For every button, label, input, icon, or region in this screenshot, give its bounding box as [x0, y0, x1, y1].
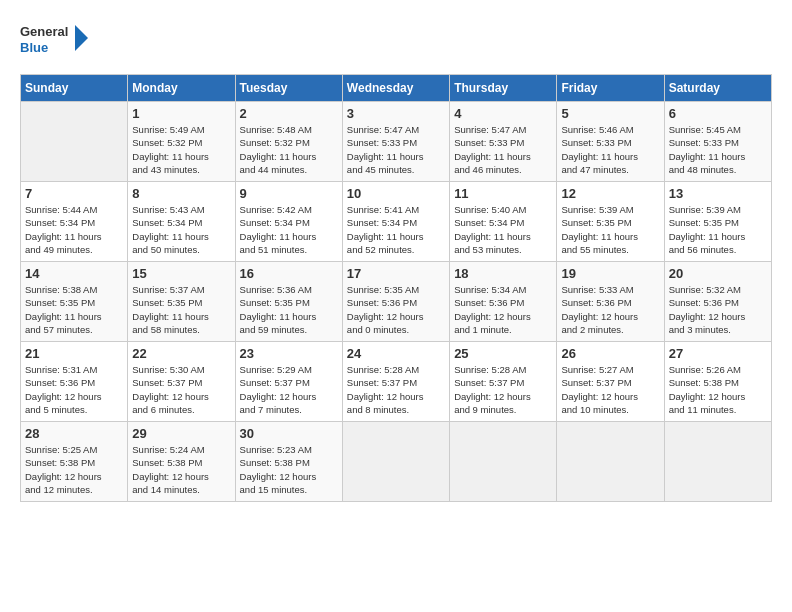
day-number: 8	[132, 186, 230, 201]
day-info: Sunrise: 5:31 AMSunset: 5:36 PMDaylight:…	[25, 363, 123, 416]
day-number: 27	[669, 346, 767, 361]
calendar-week-row: 7Sunrise: 5:44 AMSunset: 5:34 PMDaylight…	[21, 182, 772, 262]
svg-text:Blue: Blue	[20, 40, 48, 55]
calendar-day-cell: 5Sunrise: 5:46 AMSunset: 5:33 PMDaylight…	[557, 102, 664, 182]
day-number: 28	[25, 426, 123, 441]
svg-marker-2	[75, 25, 88, 51]
calendar-week-row: 21Sunrise: 5:31 AMSunset: 5:36 PMDayligh…	[21, 342, 772, 422]
day-number: 15	[132, 266, 230, 281]
day-number: 3	[347, 106, 445, 121]
calendar-day-cell	[664, 422, 771, 502]
calendar-day-cell: 3Sunrise: 5:47 AMSunset: 5:33 PMDaylight…	[342, 102, 449, 182]
calendar-day-cell: 15Sunrise: 5:37 AMSunset: 5:35 PMDayligh…	[128, 262, 235, 342]
calendar-day-cell: 19Sunrise: 5:33 AMSunset: 5:36 PMDayligh…	[557, 262, 664, 342]
day-info: Sunrise: 5:43 AMSunset: 5:34 PMDaylight:…	[132, 203, 230, 256]
day-number: 5	[561, 106, 659, 121]
logo: General Blue	[20, 20, 90, 64]
calendar-day-cell: 2Sunrise: 5:48 AMSunset: 5:32 PMDaylight…	[235, 102, 342, 182]
day-number: 14	[25, 266, 123, 281]
day-info: Sunrise: 5:44 AMSunset: 5:34 PMDaylight:…	[25, 203, 123, 256]
calendar-day-cell: 26Sunrise: 5:27 AMSunset: 5:37 PMDayligh…	[557, 342, 664, 422]
day-number: 13	[669, 186, 767, 201]
svg-text:General: General	[20, 24, 68, 39]
calendar-day-cell: 14Sunrise: 5:38 AMSunset: 5:35 PMDayligh…	[21, 262, 128, 342]
day-info: Sunrise: 5:28 AMSunset: 5:37 PMDaylight:…	[454, 363, 552, 416]
weekday-header: Wednesday	[342, 75, 449, 102]
day-info: Sunrise: 5:39 AMSunset: 5:35 PMDaylight:…	[561, 203, 659, 256]
calendar-day-cell: 12Sunrise: 5:39 AMSunset: 5:35 PMDayligh…	[557, 182, 664, 262]
day-number: 26	[561, 346, 659, 361]
calendar-week-row: 1Sunrise: 5:49 AMSunset: 5:32 PMDaylight…	[21, 102, 772, 182]
day-number: 1	[132, 106, 230, 121]
day-info: Sunrise: 5:45 AMSunset: 5:33 PMDaylight:…	[669, 123, 767, 176]
day-info: Sunrise: 5:40 AMSunset: 5:34 PMDaylight:…	[454, 203, 552, 256]
calendar-day-cell: 23Sunrise: 5:29 AMSunset: 5:37 PMDayligh…	[235, 342, 342, 422]
day-number: 16	[240, 266, 338, 281]
day-info: Sunrise: 5:25 AMSunset: 5:38 PMDaylight:…	[25, 443, 123, 496]
day-info: Sunrise: 5:27 AMSunset: 5:37 PMDaylight:…	[561, 363, 659, 416]
calendar-day-cell	[342, 422, 449, 502]
weekday-header: Monday	[128, 75, 235, 102]
day-number: 19	[561, 266, 659, 281]
day-info: Sunrise: 5:26 AMSunset: 5:38 PMDaylight:…	[669, 363, 767, 416]
calendar-day-cell: 24Sunrise: 5:28 AMSunset: 5:37 PMDayligh…	[342, 342, 449, 422]
calendar-week-row: 14Sunrise: 5:38 AMSunset: 5:35 PMDayligh…	[21, 262, 772, 342]
calendar-week-row: 28Sunrise: 5:25 AMSunset: 5:38 PMDayligh…	[21, 422, 772, 502]
day-number: 6	[669, 106, 767, 121]
day-info: Sunrise: 5:48 AMSunset: 5:32 PMDaylight:…	[240, 123, 338, 176]
calendar-day-cell: 9Sunrise: 5:42 AMSunset: 5:34 PMDaylight…	[235, 182, 342, 262]
calendar-day-cell: 10Sunrise: 5:41 AMSunset: 5:34 PMDayligh…	[342, 182, 449, 262]
day-info: Sunrise: 5:23 AMSunset: 5:38 PMDaylight:…	[240, 443, 338, 496]
calendar-header-row: SundayMondayTuesdayWednesdayThursdayFrid…	[21, 75, 772, 102]
day-info: Sunrise: 5:47 AMSunset: 5:33 PMDaylight:…	[347, 123, 445, 176]
day-number: 11	[454, 186, 552, 201]
calendar-day-cell: 16Sunrise: 5:36 AMSunset: 5:35 PMDayligh…	[235, 262, 342, 342]
calendar-day-cell: 28Sunrise: 5:25 AMSunset: 5:38 PMDayligh…	[21, 422, 128, 502]
weekday-header: Sunday	[21, 75, 128, 102]
day-info: Sunrise: 5:38 AMSunset: 5:35 PMDaylight:…	[25, 283, 123, 336]
day-info: Sunrise: 5:46 AMSunset: 5:33 PMDaylight:…	[561, 123, 659, 176]
day-number: 7	[25, 186, 123, 201]
day-number: 25	[454, 346, 552, 361]
weekday-header: Tuesday	[235, 75, 342, 102]
day-info: Sunrise: 5:28 AMSunset: 5:37 PMDaylight:…	[347, 363, 445, 416]
day-number: 12	[561, 186, 659, 201]
day-info: Sunrise: 5:30 AMSunset: 5:37 PMDaylight:…	[132, 363, 230, 416]
day-number: 17	[347, 266, 445, 281]
day-info: Sunrise: 5:49 AMSunset: 5:32 PMDaylight:…	[132, 123, 230, 176]
calendar-day-cell: 25Sunrise: 5:28 AMSunset: 5:37 PMDayligh…	[450, 342, 557, 422]
day-info: Sunrise: 5:41 AMSunset: 5:34 PMDaylight:…	[347, 203, 445, 256]
day-info: Sunrise: 5:47 AMSunset: 5:33 PMDaylight:…	[454, 123, 552, 176]
weekday-header: Saturday	[664, 75, 771, 102]
day-info: Sunrise: 5:29 AMSunset: 5:37 PMDaylight:…	[240, 363, 338, 416]
calendar-day-cell: 22Sunrise: 5:30 AMSunset: 5:37 PMDayligh…	[128, 342, 235, 422]
day-number: 22	[132, 346, 230, 361]
calendar-day-cell: 13Sunrise: 5:39 AMSunset: 5:35 PMDayligh…	[664, 182, 771, 262]
calendar-day-cell: 7Sunrise: 5:44 AMSunset: 5:34 PMDaylight…	[21, 182, 128, 262]
calendar-day-cell: 1Sunrise: 5:49 AMSunset: 5:32 PMDaylight…	[128, 102, 235, 182]
day-info: Sunrise: 5:33 AMSunset: 5:36 PMDaylight:…	[561, 283, 659, 336]
calendar-day-cell: 6Sunrise: 5:45 AMSunset: 5:33 PMDaylight…	[664, 102, 771, 182]
calendar-day-cell	[21, 102, 128, 182]
day-number: 9	[240, 186, 338, 201]
day-number: 20	[669, 266, 767, 281]
day-number: 2	[240, 106, 338, 121]
calendar-day-cell: 8Sunrise: 5:43 AMSunset: 5:34 PMDaylight…	[128, 182, 235, 262]
day-number: 4	[454, 106, 552, 121]
day-number: 21	[25, 346, 123, 361]
day-number: 23	[240, 346, 338, 361]
calendar-day-cell	[557, 422, 664, 502]
page-header: General Blue	[20, 20, 772, 64]
day-info: Sunrise: 5:34 AMSunset: 5:36 PMDaylight:…	[454, 283, 552, 336]
calendar-day-cell: 21Sunrise: 5:31 AMSunset: 5:36 PMDayligh…	[21, 342, 128, 422]
day-number: 29	[132, 426, 230, 441]
calendar-day-cell: 17Sunrise: 5:35 AMSunset: 5:36 PMDayligh…	[342, 262, 449, 342]
calendar-day-cell: 20Sunrise: 5:32 AMSunset: 5:36 PMDayligh…	[664, 262, 771, 342]
calendar-day-cell: 18Sunrise: 5:34 AMSunset: 5:36 PMDayligh…	[450, 262, 557, 342]
logo-svg: General Blue	[20, 20, 90, 64]
day-number: 24	[347, 346, 445, 361]
day-info: Sunrise: 5:24 AMSunset: 5:38 PMDaylight:…	[132, 443, 230, 496]
day-number: 10	[347, 186, 445, 201]
day-info: Sunrise: 5:37 AMSunset: 5:35 PMDaylight:…	[132, 283, 230, 336]
day-info: Sunrise: 5:35 AMSunset: 5:36 PMDaylight:…	[347, 283, 445, 336]
